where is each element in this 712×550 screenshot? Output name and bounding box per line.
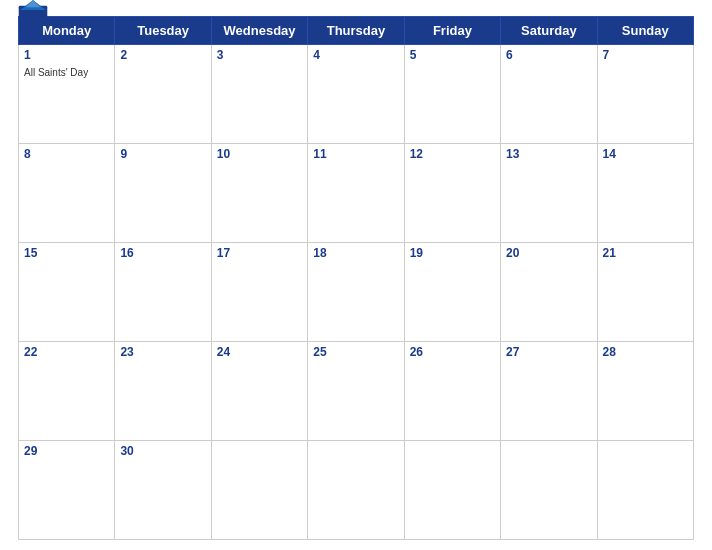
weekday-header-tuesday: Tuesday (115, 17, 211, 45)
calendar-cell: 9 (115, 144, 211, 243)
day-number: 7 (603, 48, 688, 62)
day-number: 8 (24, 147, 109, 161)
day-number: 12 (410, 147, 495, 161)
day-number: 28 (603, 345, 688, 359)
calendar-cell (211, 441, 307, 540)
weekday-header-saturday: Saturday (501, 17, 597, 45)
day-number: 10 (217, 147, 302, 161)
calendar-cell: 13 (501, 144, 597, 243)
day-number: 15 (24, 246, 109, 260)
weekday-header-sunday: Sunday (597, 17, 693, 45)
calendar-week-4: 22232425262728 (19, 342, 694, 441)
calendar-cell: 11 (308, 144, 404, 243)
calendar-cell: 29 (19, 441, 115, 540)
day-number: 23 (120, 345, 205, 359)
day-number: 29 (24, 444, 109, 458)
calendar-cell: 7 (597, 45, 693, 144)
weekday-header-friday: Friday (404, 17, 500, 45)
weekday-header-monday: Monday (19, 17, 115, 45)
calendar-cell: 21 (597, 243, 693, 342)
logo (18, 0, 48, 20)
calendar-cell: 4 (308, 45, 404, 144)
calendar-cell (597, 441, 693, 540)
day-number: 21 (603, 246, 688, 260)
calendar-cell: 5 (404, 45, 500, 144)
day-number: 1 (24, 48, 109, 62)
day-number: 3 (217, 48, 302, 62)
calendar-week-2: 891011121314 (19, 144, 694, 243)
calendar-cell: 10 (211, 144, 307, 243)
day-number: 4 (313, 48, 398, 62)
weekday-header-thursday: Thursday (308, 17, 404, 45)
calendar-cell: 25 (308, 342, 404, 441)
calendar-cell: 16 (115, 243, 211, 342)
calendar-cell: 15 (19, 243, 115, 342)
calendar-cell: 3 (211, 45, 307, 144)
calendar-cell (501, 441, 597, 540)
day-number: 19 (410, 246, 495, 260)
calendar-week-5: 2930 (19, 441, 694, 540)
day-number: 5 (410, 48, 495, 62)
weekday-header-wednesday: Wednesday (211, 17, 307, 45)
day-number: 6 (506, 48, 591, 62)
day-number: 14 (603, 147, 688, 161)
calendar-cell: 20 (501, 243, 597, 342)
day-number: 24 (217, 345, 302, 359)
calendar-cell: 1All Saints' Day (19, 45, 115, 144)
calendar-cell: 12 (404, 144, 500, 243)
calendar-cell (404, 441, 500, 540)
calendar-body: 1All Saints' Day234567891011121314151617… (19, 45, 694, 540)
calendar-cell: 17 (211, 243, 307, 342)
holiday-label: All Saints' Day (24, 67, 88, 78)
calendar-cell: 6 (501, 45, 597, 144)
calendar-cell: 24 (211, 342, 307, 441)
day-number: 30 (120, 444, 205, 458)
day-number: 13 (506, 147, 591, 161)
calendar-cell: 19 (404, 243, 500, 342)
calendar-cell: 26 (404, 342, 500, 441)
calendar-cell: 2 (115, 45, 211, 144)
day-number: 11 (313, 147, 398, 161)
calendar-cell: 27 (501, 342, 597, 441)
day-number: 26 (410, 345, 495, 359)
day-number: 2 (120, 48, 205, 62)
day-number: 17 (217, 246, 302, 260)
calendar-week-1: 1All Saints' Day234567 (19, 45, 694, 144)
calendar-cell: 18 (308, 243, 404, 342)
calendar-cell: 28 (597, 342, 693, 441)
calendar-cell: 14 (597, 144, 693, 243)
day-number: 20 (506, 246, 591, 260)
calendar-cell: 22 (19, 342, 115, 441)
calendar-cell: 8 (19, 144, 115, 243)
calendar-cell: 30 (115, 441, 211, 540)
day-number: 9 (120, 147, 205, 161)
day-number: 16 (120, 246, 205, 260)
day-number: 18 (313, 246, 398, 260)
calendar-cell (308, 441, 404, 540)
svg-marker-2 (26, 0, 40, 7)
day-number: 22 (24, 345, 109, 359)
day-number: 25 (313, 345, 398, 359)
calendar-cell: 23 (115, 342, 211, 441)
calendar-table: MondayTuesdayWednesdayThursdayFridaySatu… (18, 16, 694, 540)
calendar-header-row: MondayTuesdayWednesdayThursdayFridaySatu… (19, 17, 694, 45)
day-number: 27 (506, 345, 591, 359)
calendar-week-3: 15161718192021 (19, 243, 694, 342)
logo-icon (18, 0, 48, 20)
